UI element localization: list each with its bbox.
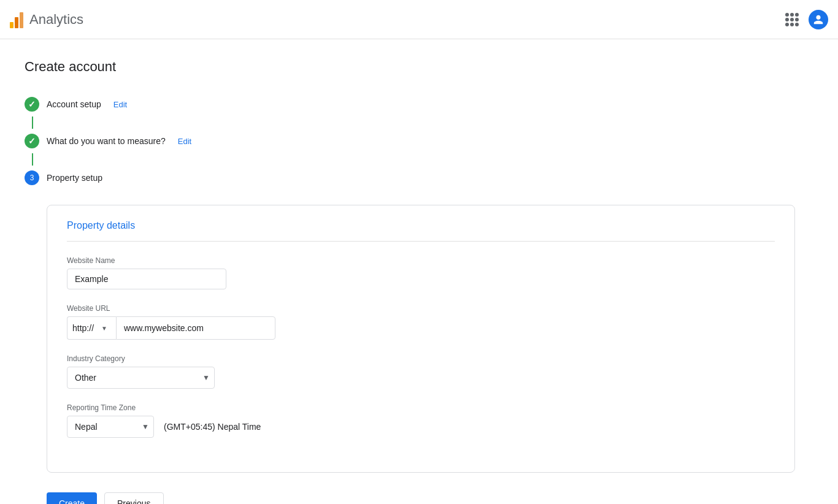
timezone-select-wrapper: Nepal United States United Kingdom India… bbox=[67, 416, 154, 438]
step-1-row: ✓ Account setup Edit bbox=[25, 92, 813, 116]
protocol-select[interactable]: http:// https:// bbox=[72, 323, 99, 333]
step-2-row: ✓ What do you want to measure? Edit bbox=[25, 129, 813, 153]
page-title: Create account bbox=[25, 59, 813, 75]
industry-category-group: Industry Category Arts and Entertainment… bbox=[67, 354, 775, 389]
step-3-number: 3 bbox=[30, 174, 34, 182]
logo-bar2 bbox=[15, 17, 18, 28]
website-name-input[interactable] bbox=[67, 269, 226, 289]
step-3-label: Property setup bbox=[47, 173, 102, 183]
protocol-chevron-icon: ▼ bbox=[101, 325, 107, 332]
header-right bbox=[785, 10, 828, 29]
website-url-input[interactable] bbox=[116, 316, 275, 340]
header-left: Analytics bbox=[10, 11, 83, 28]
user-avatar[interactable] bbox=[809, 10, 828, 29]
step-1-label: Account setup bbox=[47, 99, 101, 109]
website-name-label: Website Name bbox=[67, 256, 775, 265]
industry-category-label: Industry Category bbox=[67, 354, 775, 363]
logo-bar3 bbox=[20, 12, 23, 28]
stepper: ✓ Account setup Edit ✓ What do you want … bbox=[25, 92, 813, 190]
step-connector-2 bbox=[32, 153, 33, 166]
url-input-group: http:// https:// ▼ bbox=[67, 316, 775, 340]
industry-category-select[interactable]: Arts and Entertainment Automotive Beauty… bbox=[67, 367, 215, 389]
app-title: Analytics bbox=[29, 12, 83, 28]
step-1-edit[interactable]: Edit bbox=[113, 100, 127, 109]
website-url-label: Website URL bbox=[67, 304, 775, 313]
step-connector-1 bbox=[32, 116, 33, 129]
step-2-edit[interactable]: Edit bbox=[178, 137, 191, 146]
create-button[interactable]: Create bbox=[47, 492, 97, 504]
analytics-logo bbox=[10, 11, 23, 28]
step-3-icon: 3 bbox=[25, 170, 39, 185]
protocol-select-wrapper[interactable]: http:// https:// ▼ bbox=[67, 316, 116, 340]
action-buttons: Create Previous bbox=[47, 492, 813, 504]
step-3-row: 3 Property setup bbox=[25, 166, 813, 190]
step-1-checkmark: ✓ bbox=[28, 99, 36, 109]
previous-button[interactable]: Previous bbox=[104, 492, 163, 504]
main-content: Create account ✓ Account setup Edit ✓ Wh… bbox=[0, 39, 838, 504]
reporting-timezone-group: Reporting Time Zone Nepal United States … bbox=[67, 403, 775, 438]
app-header: Analytics bbox=[0, 0, 838, 39]
step-2-icon: ✓ bbox=[25, 134, 39, 148]
website-name-group: Website Name bbox=[67, 256, 775, 289]
property-details-card: Property details Website Name Website UR… bbox=[47, 205, 795, 473]
card-title: Property details bbox=[67, 220, 775, 242]
reporting-timezone-label: Reporting Time Zone bbox=[67, 403, 775, 412]
industry-select-wrapper: Arts and Entertainment Automotive Beauty… bbox=[67, 367, 215, 389]
step-2-label: What do you want to measure? bbox=[47, 136, 166, 146]
google-apps-icon[interactable] bbox=[785, 13, 799, 26]
timezone-row: Nepal United States United Kingdom India… bbox=[67, 416, 775, 438]
step-1-icon: ✓ bbox=[25, 97, 39, 112]
logo-bar1 bbox=[10, 22, 13, 28]
website-url-group: Website URL http:// https:// ▼ bbox=[67, 304, 775, 340]
step-2-checkmark: ✓ bbox=[28, 136, 36, 146]
timezone-country-select[interactable]: Nepal United States United Kingdom India… bbox=[67, 416, 154, 438]
timezone-display: (GMT+05:45) Nepal Time bbox=[164, 422, 261, 432]
